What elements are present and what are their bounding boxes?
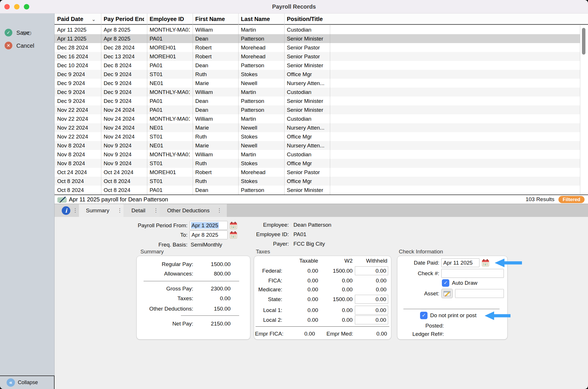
table-cell: Apr 11 2025 — [55, 34, 98, 43]
tab-other-deductions-label: Other Deductions — [160, 204, 217, 217]
period-from-input[interactable]: Apr 1 2025 — [189, 221, 228, 230]
regular-pay-value: 1500.00 — [187, 260, 231, 269]
table-row[interactable]: Oct 24 2024Oct 24 2024MOREH01RobertMoreh… — [55, 168, 580, 177]
tab-drag-handle-icon[interactable]: ⋮ — [73, 204, 78, 217]
asset-value[interactable] — [455, 289, 504, 298]
allowances-label: Allowances: — [138, 269, 193, 278]
table-cell: Senior Pastor — [284, 168, 327, 177]
table-row[interactable]: Nov 22 2024Nov 24 2024MONTHLY-MA01Willia… — [55, 114, 580, 123]
table-row[interactable]: Dec 9 2024Dec 9 2024MONTHLY-MA01WilliamM… — [55, 88, 580, 97]
window-title: Payroll Records — [0, 0, 588, 14]
table-cell: Senior Minister — [284, 61, 327, 70]
table-cell: Nov 22 2024 — [55, 114, 98, 123]
table-row[interactable]: Dec 9 2024Dec 9 2024ST01RuthStokesOffice… — [55, 70, 580, 79]
check-number-value[interactable] — [442, 269, 504, 278]
collapse-button[interactable]: « Collapse — [0, 375, 55, 389]
check-number-input[interactable] — [441, 269, 504, 278]
tax-withheld-input[interactable] — [355, 306, 388, 315]
info-icon[interactable]: i — [62, 206, 70, 215]
cancel-button[interactable]: ✕ Cancel — [0, 42, 55, 50]
date-paid-value[interactable] — [442, 259, 479, 267]
tab-drag-handle-icon[interactable]: ⋮ — [153, 204, 158, 217]
tax-withheld-value[interactable] — [355, 316, 388, 324]
tax-taxable-value: 0.00 — [289, 306, 318, 315]
window-titlebar: Payroll Records — [0, 0, 588, 14]
auto-draw-checkbox[interactable]: ✓ — [442, 279, 449, 287]
table-cell: Oct 8 2024 — [55, 177, 98, 186]
table-cell: William — [193, 25, 235, 34]
table-row[interactable]: Dec 9 2024Dec 9 2024PA01DeanPattersonSen… — [55, 97, 580, 105]
vertical-scrollbar-thumb[interactable] — [582, 28, 585, 55]
table-cell: Dec 16 2024 — [55, 52, 98, 61]
table-row[interactable]: Nov 22 2024Nov 24 2024PA01DeanPattersonS… — [55, 105, 580, 114]
column-header-paid-date[interactable]: Paid Date ⌄ — [55, 14, 98, 25]
divider — [580, 25, 580, 194]
date-paid-input[interactable] — [441, 258, 479, 267]
table-row[interactable]: Apr 11 2025Apr 8 2025MONTHLY-MA01William… — [55, 25, 580, 34]
table-cell: Dec 10 2024 — [55, 61, 98, 70]
asset-input[interactable] — [455, 289, 504, 298]
table-row[interactable]: Nov 8 2024Nov 9 2024ST01RuthStokesOffice… — [55, 159, 580, 168]
table-cell: Office Mgr — [284, 177, 327, 186]
tax-w2-value: 1500.00 — [324, 295, 353, 304]
taxes-group-title: Taxes — [256, 248, 270, 255]
table-cell: Dec 13 2024 — [101, 52, 144, 61]
record-description: Apr 11 2025 payroll for Dean Patterson — [69, 195, 168, 204]
table-cell: Oct 24 2024 — [101, 168, 144, 177]
table-cell: Office Mgr — [284, 159, 327, 168]
table-cell: Dean — [193, 61, 235, 70]
column-header-first-name[interactable]: First Name — [193, 14, 235, 25]
tab-drag-handle-icon[interactable]: ⋮ — [117, 204, 122, 217]
table-row[interactable]: Nov 8 2024Nov 9 2024NE01MarieNewellNurse… — [55, 141, 580, 150]
table-row[interactable]: Nov 8 2024Nov 9 2024MONTHLY-MA01WilliamM… — [55, 150, 580, 159]
tab-detail[interactable]: Detail ⋮ — [123, 204, 160, 217]
column-header-pay-period-end[interactable]: Pay Period End — [101, 14, 144, 25]
table-cell: Dec 9 2024 — [101, 70, 144, 79]
column-header-position-title[interactable]: Position/Title — [284, 14, 327, 25]
table-cell: ST01 — [147, 177, 190, 186]
table-cell: Nursery Atten... — [284, 123, 327, 132]
table-row[interactable]: Dec 10 2024Dec 8 2024PA01DeanPattersonSe… — [55, 61, 580, 70]
table-cell: PA01 — [147, 34, 190, 43]
table-row[interactable]: Apr 11 2025Apr 8 2025PA01DeanPattersonSe… — [55, 34, 580, 43]
w2-column-header: W2 — [324, 257, 353, 265]
do-not-print-checkbox[interactable]: ✓ — [420, 312, 428, 319]
table-row[interactable]: Nov 22 2024Nov 24 2024ST01RuthStokesOffi… — [55, 132, 580, 141]
table-cell: Custodian — [284, 114, 327, 123]
tab-bar: i ⋮ Summary ⋮ Detail ⋮ Other Deductions … — [55, 204, 588, 217]
tab-other-deductions[interactable]: Other Deductions ⋮ — [160, 204, 227, 217]
table-cell: Morehead — [238, 168, 281, 177]
table-cell: ST01 — [147, 70, 190, 79]
table-cell: Nov 24 2024 — [101, 123, 144, 132]
period-to-value[interactable] — [190, 231, 227, 239]
calendar-icon[interactable] — [482, 259, 489, 267]
divider — [144, 281, 239, 281]
asset-picker-button[interactable] — [441, 289, 453, 298]
period-to-input[interactable] — [189, 230, 228, 239]
table-row[interactable]: Dec 28 2024Dec 28 2024MOREH01RobertMoreh… — [55, 43, 580, 52]
table-cell: Newell — [238, 123, 281, 132]
table-row[interactable]: Nov 22 2024Nov 24 2024NE01MarieNewellNur… — [55, 123, 580, 132]
table-cell: Morehead — [238, 52, 281, 61]
table-cell: Patterson — [238, 97, 281, 105]
empr-fica-label: Empr FICA: — [255, 330, 282, 338]
tab-drag-handle-icon[interactable]: ⋮ — [217, 204, 222, 217]
freq-basis-label: Freq. Basis: — [132, 240, 187, 249]
save-button[interactable]: ✓ Save — [0, 29, 55, 37]
column-header-last-name[interactable]: Last Name — [238, 14, 281, 25]
table-cell: Senior Minister — [284, 34, 327, 43]
table-cell: Dec 9 2024 — [101, 97, 144, 105]
tax-withheld-value[interactable] — [355, 306, 388, 314]
table-row[interactable]: Oct 8 2024Oct 8 2024ST01RuthStokesOffice… — [55, 177, 580, 186]
other-deductions-value: 150.00 — [187, 305, 231, 313]
table-row[interactable]: Dec 9 2024Dec 9 2024NE01MarieNewellNurse… — [55, 79, 580, 88]
tax-taxable-value: 0.00 — [289, 316, 318, 324]
column-header-employee-id[interactable]: Employee ID — [147, 14, 190, 25]
collapse-chevrons-icon: « — [7, 378, 15, 387]
table-cell: Martin — [238, 150, 281, 159]
table-cell: Robert — [193, 43, 235, 52]
table-row[interactable]: Dec 16 2024Dec 13 2024MOREH01RobertMoreh… — [55, 52, 580, 61]
table-row[interactable]: Oct 8 2024Oct 8 2024PA01DeanPattersonSen… — [55, 186, 580, 194]
tax-withheld-input[interactable] — [355, 315, 388, 324]
tab-summary[interactable]: Summary ⋮ — [79, 204, 123, 217]
